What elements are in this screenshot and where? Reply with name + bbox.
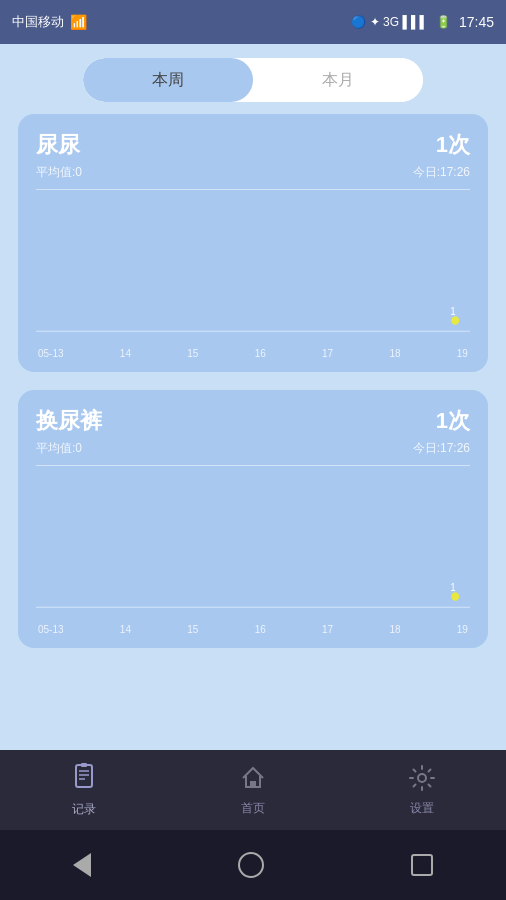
diaper-chart: 1 05-13 14 15 16 17 18 19 [36,478,470,638]
urine-card: 尿尿 1次 平均值:0 今日:17:26 1 05-13 14 15 16 17 [18,114,488,372]
urine-date-6: 18 [389,348,400,359]
settings-icon [408,764,436,796]
home-circle-icon [238,852,264,878]
urine-avg: 平均值:0 [36,164,82,181]
status-right: 🔵 ✦ 3G ▌▌▌ 🔋 17:45 [351,14,494,30]
svg-rect-11 [250,781,256,787]
settings-label: 设置 [410,800,434,817]
status-bar: 中国移动 📶 🔵 ✦ 3G ▌▌▌ 🔋 17:45 [0,0,506,44]
diaper-time: 今日:17:26 [413,440,470,457]
battery-icon: 🔋 [436,15,451,29]
back-icon [73,853,91,877]
diaper-date-2: 14 [120,624,131,635]
urine-date-5: 17 [322,348,333,359]
main-content: 尿尿 1次 平均值:0 今日:17:26 1 05-13 14 15 16 17 [0,114,506,750]
nav-settings[interactable]: 设置 [337,764,506,817]
time-display: 17:45 [459,14,494,30]
carrier-text: 中国移动 [12,13,64,31]
tab-row: 本周 本月 [0,44,506,114]
urine-chart-svg: 1 [36,202,470,342]
diaper-card: 换尿裤 1次 平均值:0 今日:17:26 1 05-13 14 15 16 1… [18,390,488,648]
urine-date-7: 19 [457,348,468,359]
svg-point-1 [451,316,459,325]
svg-point-4 [451,592,459,601]
status-icons: 🔵 ✦ 3G ▌▌▌ [351,15,428,29]
svg-point-12 [418,774,426,782]
svg-rect-10 [81,763,87,767]
urine-chart-labels: 05-13 14 15 16 17 18 19 [36,348,470,359]
diaper-title: 换尿裤 [36,406,102,436]
urine-title: 尿尿 [36,130,80,160]
home-label: 首页 [241,800,265,817]
recent-button[interactable] [411,854,433,876]
diaper-count: 1次 [436,406,470,436]
urine-chart: 1 05-13 14 15 16 17 18 19 [36,202,470,362]
urine-subtitle-row: 平均值:0 今日:17:26 [36,164,470,190]
nav-home[interactable]: 首页 [169,764,338,817]
urine-date-3: 15 [187,348,198,359]
diaper-avg: 平均值:0 [36,440,82,457]
bottom-nav: 记录 首页 设置 [0,750,506,830]
urine-time: 今日:17:26 [413,164,470,181]
tab-month[interactable]: 本月 [253,58,423,102]
diaper-chart-svg: 1 [36,478,470,618]
urine-date-4: 16 [255,348,266,359]
diaper-date-7: 19 [457,624,468,635]
diaper-date-3: 15 [187,624,198,635]
diaper-chart-labels: 05-13 14 15 16 17 18 19 [36,624,470,635]
tab-container: 本周 本月 [83,58,423,102]
urine-count: 1次 [436,130,470,160]
nav-record[interactable]: 记录 [0,762,169,818]
urine-card-header: 尿尿 1次 [36,130,470,160]
record-label: 记录 [72,801,96,818]
diaper-date-5: 17 [322,624,333,635]
home-button[interactable] [238,852,264,878]
recent-square-icon [411,854,433,876]
record-icon [70,762,98,797]
back-button[interactable] [73,853,91,877]
diaper-date-6: 18 [389,624,400,635]
tab-week[interactable]: 本周 [83,58,253,102]
diaper-date-1: 05-13 [38,624,64,635]
urine-date-1: 05-13 [38,348,64,359]
android-nav [0,830,506,900]
carrier-icon: 📶 [70,14,87,30]
urine-date-2: 14 [120,348,131,359]
svg-text:1: 1 [450,582,456,593]
home-icon [239,764,267,796]
status-left: 中国移动 📶 [12,13,87,31]
svg-text:1: 1 [450,306,456,317]
diaper-subtitle-row: 平均值:0 今日:17:26 [36,440,470,466]
diaper-date-4: 16 [255,624,266,635]
diaper-card-header: 换尿裤 1次 [36,406,470,436]
svg-rect-6 [76,765,92,787]
